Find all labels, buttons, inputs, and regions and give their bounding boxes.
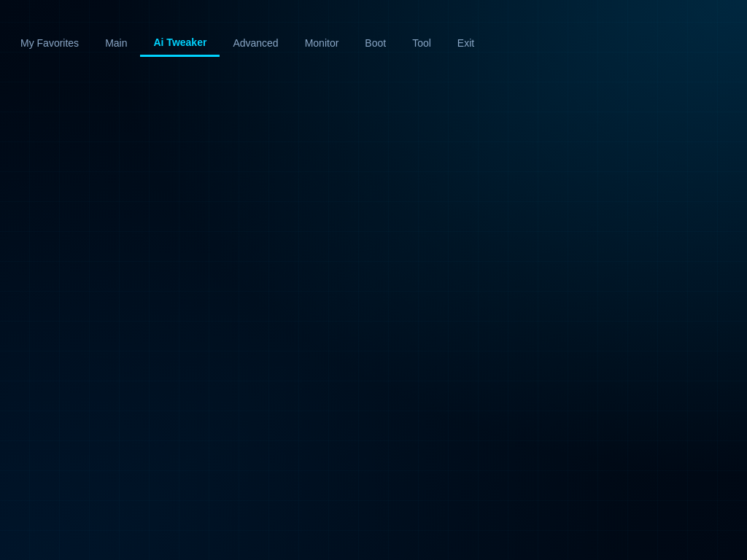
nav-item-exit[interactable]: Exit xyxy=(444,29,487,57)
nav-item-ai-tweaker[interactable]: Ai Tweaker xyxy=(140,29,220,57)
nav-item-main[interactable]: Main xyxy=(92,29,140,57)
nav-item-monitor[interactable]: Monitor xyxy=(292,29,352,57)
nav-item-advanced[interactable]: Advanced xyxy=(220,29,291,57)
nav-item-boot[interactable]: Boot xyxy=(352,29,399,57)
nav-item-favorites[interactable]: My Favorites xyxy=(7,29,92,57)
nav-item-tool[interactable]: Tool xyxy=(399,29,444,57)
